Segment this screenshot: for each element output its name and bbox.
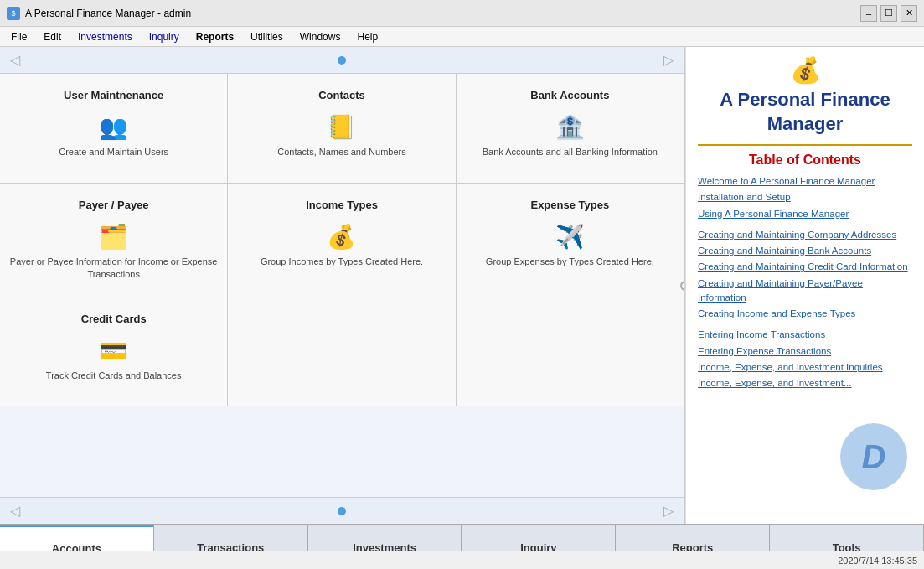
app-icon: $ [7,7,20,20]
bank-icon: 🏦 [555,113,585,141]
help-title-area: 💰 A Personal Finance Manager [698,55,912,136]
menu-edit[interactable]: Edit [36,28,69,45]
expense-icon: ✈️ [555,223,585,251]
nav-arrows-top: ◁ ▷ [0,47,684,74]
left-panel: ◁ ▷ User Maintnenance 👥 Create and Maint… [0,47,685,524]
help-panel: 💰 A Personal Finance Manager Table of Co… [685,47,924,524]
toc-link-inquiries[interactable]: Income, Expense, and Investment Inquirie… [698,360,912,375]
toc-link-company-addr[interactable]: Creating and Maintaining Company Address… [698,228,912,242]
menu-reports[interactable]: Reports [188,28,241,45]
module-income-types[interactable]: Income Types 💰 Group Incomes by Types Cr… [228,184,455,297]
income-icon: 💰 [327,223,356,251]
toc-link-investment-inquiries[interactable]: Income, Expense, and Investment... [698,376,912,391]
nav-dot-bottom [338,507,346,515]
title-bar: $ A Personal Finance Manager - admin – ☐… [0,0,924,27]
nav-arrows-bottom: ◁ ▷ [0,497,684,524]
module-empty-1 [228,297,455,406]
window-title: A Personal Finance Manager - admin [25,8,191,19]
module-area: User Maintnenance 👥 Create and Maintain … [0,74,684,440]
toc-link-income-expense-types[interactable]: Creating Income and Expense Types [698,307,912,321]
module-contacts[interactable]: Contacts 📒 Contacts, Names and Numbers [228,74,455,183]
toc-link-entering-expense[interactable]: Entering Expense Transactions [698,344,912,359]
users-icon: 👥 [99,113,128,141]
menu-file[interactable]: File [3,28,34,45]
module-credit-cards[interactable]: Credit Cards 💳 Track Credit Cards and Ba… [0,297,227,406]
toc-link-welcome[interactable]: Welcome to A Personal Finance Manager [698,174,912,189]
creditcard-icon: 💳 [99,337,128,365]
toc-title: Table of Contents [698,153,912,168]
menu-utilities[interactable]: Utilities [243,28,291,45]
module-expense-types[interactable]: Expense Types ✈️ Group Expenses by Types… [457,184,684,297]
contacts-icon: 📒 [327,113,356,141]
toc-link-entering-income[interactable]: Entering Income Transactions [698,328,912,342]
menu-help[interactable]: Help [349,28,385,45]
module-empty-2 [457,297,684,406]
toc-link-using[interactable]: Using A Personal Finance Manager [698,207,912,221]
help-app-title: A Personal Finance Manager [698,88,912,136]
payerpayee-icon: 🗂️ [99,223,128,251]
nav-forward-arrow[interactable]: ▷ [663,52,674,68]
timestamp: 2020/7/14 13:45:35 [838,556,917,566]
menu-bar: File Edit Investments Inquiry Reports Ut… [0,27,924,47]
menu-windows[interactable]: Windows [292,28,348,45]
main-container: ◁ ▷ User Maintnenance 👥 Create and Maint… [0,47,924,524]
nav-dot-top [338,56,346,65]
module-user-maintenance[interactable]: User Maintnenance 👥 Create and Maintain … [0,74,227,183]
minimize-button[interactable]: – [860,5,877,22]
status-bar: 2020/7/14 13:45:35 [0,551,924,569]
menu-inquiry[interactable]: Inquiry [142,28,187,45]
toc-link-credit-card[interactable]: Creating and Maintaining Credit Card Inf… [698,260,912,274]
nav-back-arrow[interactable]: ◁ [10,52,20,68]
window-controls: – ☐ ✕ [860,5,917,22]
toc-link-install[interactable]: Installation and Setup [698,190,912,204]
nav-back-arrow-bottom[interactable]: ◁ [10,503,20,519]
module-grid: User Maintnenance 👥 Create and Maintain … [0,74,684,406]
maximize-button[interactable]: ☐ [880,5,897,22]
module-bank-accounts[interactable]: Bank Accounts 🏦 Bank Accounts and all Ba… [457,74,684,183]
toc-link-bank-accounts[interactable]: Creating and Maintaining Bank Accounts [698,244,912,258]
toc-link-payer-payee[interactable]: Creating and Maintaining Payer/Payee Inf… [698,277,912,306]
close-button[interactable]: ✕ [901,5,917,22]
module-payer-payee[interactable]: Payer / Payee 🗂️ Payer or Payee Informat… [0,184,227,297]
help-divider [698,144,912,146]
help-app-icon: 💰 [698,55,912,85]
menu-investments[interactable]: Investments [70,28,140,45]
watermark-overlay: D [840,423,907,490]
nav-forward-arrow-bottom[interactable]: ▷ [663,503,674,519]
